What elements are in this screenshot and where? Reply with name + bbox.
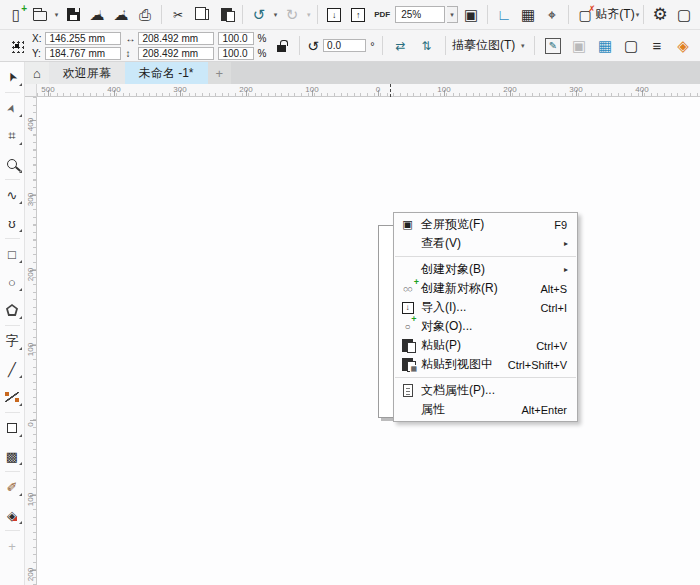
ellipse-tool-button[interactable]: ○ xyxy=(0,268,25,296)
vertical-ruler[interactable]: 400 300 200 100 0 100 200 xyxy=(25,97,37,585)
print-button[interactable]: ⎙ xyxy=(134,3,156,27)
open-dropdown-arrow[interactable]: ▾ xyxy=(53,11,60,19)
snap-to-button[interactable]: 贴齐(T) xyxy=(598,3,632,27)
show-guidelines-button[interactable]: ⌖ xyxy=(541,3,563,27)
menu-item-fullscreen-preview[interactable]: ▣ 全屏预览(F) F9 xyxy=(394,215,577,234)
crop-tool-button[interactable]: ⌗ xyxy=(0,122,25,150)
layers-button[interactable]: ◈ xyxy=(672,34,694,58)
download-arrow-icon: ↓ xyxy=(98,9,102,17)
mirror-horizontal-button[interactable]: ⇄ xyxy=(390,34,412,58)
ruler-label: 300 xyxy=(569,85,582,94)
ruler-label: 400 xyxy=(635,85,648,94)
mesh-fill-button[interactable]: ▦ xyxy=(594,34,616,58)
scale-y-field[interactable]: 100.0 xyxy=(218,47,254,60)
menu-item-create-object[interactable]: 创建对象(B) ▸ xyxy=(394,260,577,279)
fill-tool-button[interactable]: ◈ xyxy=(0,501,25,529)
cloud-download-button[interactable]: ☁↓ xyxy=(86,3,108,27)
edit-frame-button[interactable]: ✎ xyxy=(542,34,564,58)
pick-tool-button[interactable]: ➤ xyxy=(0,63,25,91)
polygon-tool-button[interactable] xyxy=(0,296,25,324)
toolbox: ➤ ➤ ⌗ ∿ ʊ □ ○ 字 ╱ ▩ ✐ ◈ + xyxy=(0,62,25,585)
group-button[interactable]: ▣ xyxy=(568,34,590,58)
new-document-icon: ▯ xyxy=(12,7,20,22)
shape-tool-button[interactable]: ➤ xyxy=(0,94,25,122)
zoom-level-dropdown-arrow[interactable]: ▾ xyxy=(447,6,458,23)
toolbar-separator xyxy=(161,5,162,24)
options-button[interactable]: ⚙ xyxy=(649,3,671,27)
menu-item-objects[interactable]: ○+ 对象(O)... xyxy=(394,317,577,336)
pen-frame-icon: ✎ xyxy=(545,38,561,54)
redo-button[interactable]: ↻ xyxy=(281,3,303,27)
mirror-vertical-button[interactable]: ⇅ xyxy=(416,34,438,58)
fullscreen-preview-button[interactable]: ▣ xyxy=(460,3,482,27)
new-document-button[interactable]: ▯+ xyxy=(5,3,27,27)
home-tab-button[interactable]: ⌂ xyxy=(25,62,49,84)
zoom-tool-button[interactable] xyxy=(0,150,25,178)
text-tool-button[interactable]: 字 xyxy=(0,327,25,355)
height-field[interactable]: 208.492 mm xyxy=(138,47,214,60)
transparency-tool-button[interactable]: ▩ xyxy=(0,442,25,470)
trace-bitmap-button[interactable]: 描摹位图(T) xyxy=(453,34,515,58)
object-origin-button[interactable] xyxy=(6,34,28,58)
add-tools-icon: + xyxy=(8,539,16,554)
menu-item-document-properties[interactable]: 文档属性(P)... xyxy=(394,381,577,400)
bounding-box-button[interactable]: ▢ xyxy=(620,34,642,58)
drop-shadow-tool-button[interactable] xyxy=(0,414,25,442)
x-position-field[interactable]: 146.255 mm xyxy=(45,32,121,45)
degree-label: ° xyxy=(370,40,374,52)
publish-pdf-button[interactable]: PDF xyxy=(371,3,393,27)
app-launcher-button[interactable]: ▢ xyxy=(673,3,695,27)
dimension-tool-button[interactable]: ╱ xyxy=(0,355,25,383)
drawing-canvas[interactable] xyxy=(37,97,700,585)
horizontal-ruler[interactable]: 500 400 300 200 100 0 100 200 300 400 xyxy=(37,84,700,97)
customize-toolbox-button[interactable]: + xyxy=(0,532,25,560)
tab-label: 未命名 -1* xyxy=(139,65,194,82)
toolbar-separator xyxy=(382,36,383,55)
freehand-tool-button[interactable]: ∿ xyxy=(0,181,25,209)
cut-button[interactable]: ✂ xyxy=(167,3,189,27)
connector-tool-button[interactable] xyxy=(0,383,25,411)
rectangle-tool-button[interactable]: □ xyxy=(0,240,25,268)
rotation-angle-field[interactable]: 0.0 xyxy=(323,39,366,52)
y-position-field[interactable]: 184.767 mm xyxy=(45,47,121,60)
ruler-label: 200 xyxy=(503,85,516,94)
undo-dropdown-arrow[interactable]: ▾ xyxy=(272,11,279,19)
tab-welcome-screen[interactable]: 欢迎屏幕 xyxy=(49,62,125,84)
redo-icon: ↻ xyxy=(286,7,299,22)
cloud-upload-button[interactable]: ☁↑ xyxy=(110,3,132,27)
menu-item-properties[interactable]: 属性 Alt+Enter xyxy=(394,400,577,419)
export-button[interactable]: ↑ xyxy=(347,3,369,27)
eyedropper-tool-button[interactable]: ✐ xyxy=(0,473,25,501)
lock-ratio-button[interactable] xyxy=(270,34,292,58)
show-rulers-button[interactable]: ∟ xyxy=(493,3,515,27)
save-button[interactable] xyxy=(62,3,84,27)
percent-label: % xyxy=(257,33,266,44)
undo-button[interactable]: ↺ xyxy=(248,3,270,27)
scale-x-field[interactable]: 100.0 xyxy=(218,32,254,45)
standard-toolbar: ▯+ ▾ ☁↓ ☁↑ ⎙ ✂ ↺ ▾ ↻ ▾ ↓ ↑ PDF 25% ▾ ▣ ∟… xyxy=(0,0,700,30)
width-icon: ↔ xyxy=(125,33,135,44)
menu-item-import[interactable]: ↓ 导入(I)... Ctrl+I xyxy=(394,298,577,317)
ruler-origin-corner[interactable] xyxy=(25,84,37,97)
zoom-level-combobox[interactable]: 25% xyxy=(395,6,445,23)
trace-bitmap-dropdown-arrow[interactable]: ▾ xyxy=(519,42,527,50)
text-wrap-button[interactable]: ≡ xyxy=(646,34,668,58)
open-folder-icon xyxy=(33,11,47,21)
paste-icon xyxy=(221,8,232,21)
menu-item-label: 粘贴到视图中 xyxy=(421,356,508,373)
open-button[interactable] xyxy=(29,3,51,27)
import-button[interactable]: ↓ xyxy=(323,3,345,27)
menu-item-create-new-symmetry[interactable]: ○○+ 创建新对称(R) Alt+S xyxy=(394,279,577,298)
show-grid-button[interactable]: ▦ xyxy=(517,3,539,27)
object-icon: ○+ xyxy=(394,321,421,332)
tab-untitled-document[interactable]: 未命名 -1* xyxy=(125,62,208,84)
menu-item-paste[interactable]: 粘贴(P) Ctrl+V xyxy=(394,336,577,355)
artistic-media-tool-button[interactable]: ʊ xyxy=(0,209,25,237)
new-document-tab-button[interactable]: + xyxy=(208,62,232,84)
menu-item-view[interactable]: 查看(V) ▸ xyxy=(394,234,577,253)
paste-button[interactable] xyxy=(215,3,237,27)
width-field[interactable]: 208.492 mm xyxy=(138,32,214,45)
menu-item-paste-in-view[interactable]: 粘贴到视图中 Ctrl+Shift+V xyxy=(394,355,577,374)
print-icon: ⎙ xyxy=(139,7,151,22)
copy-button[interactable] xyxy=(191,3,213,27)
